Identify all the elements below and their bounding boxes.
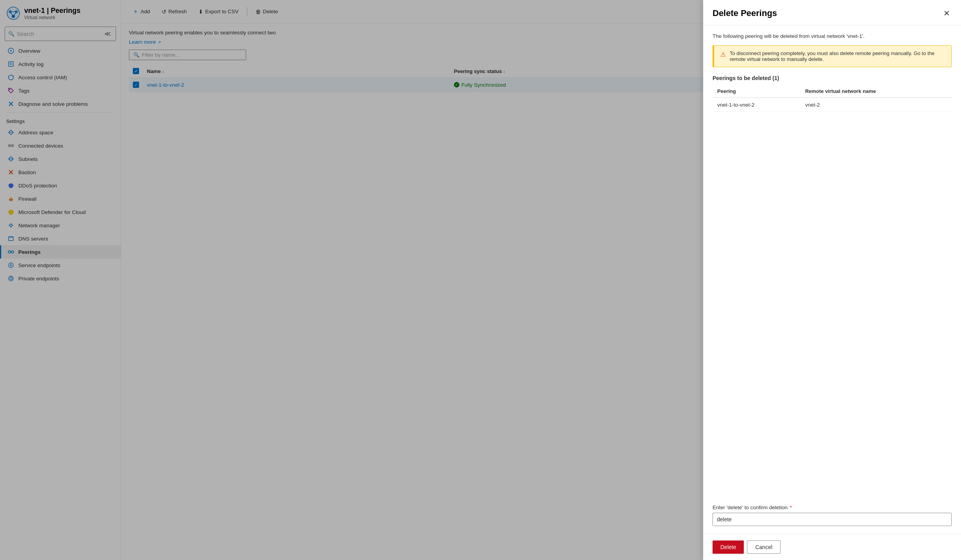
delete-row-remote: vnet-2 [800, 98, 952, 112]
warning-text: To disconnect peering completely, you mu… [730, 50, 945, 62]
delete-panel: Delete Peerings ✕ The following peering … [703, 0, 961, 560]
delete-col-peering: Peering [713, 85, 800, 98]
required-star: * [790, 505, 792, 510]
panel-overlay: Delete Peerings ✕ The following peering … [0, 0, 961, 560]
confirm-label: Enter 'delete' to confirm deletion * [713, 505, 952, 510]
panel-delete-button[interactable]: Delete [713, 540, 744, 554]
peerings-count-label: Peerings to be deleted (1) [713, 75, 952, 81]
delete-table-header: Peering Remote virtual network name [713, 85, 952, 98]
confirm-label-text: Enter 'delete' to confirm deletion [713, 505, 788, 510]
delete-table-body: vnet-1-to-vnet-2 vnet-2 [713, 98, 952, 112]
panel-cancel-button[interactable]: Cancel [747, 540, 781, 554]
panel-body: The following peering will be deleted fr… [703, 25, 961, 534]
delete-row-peering: vnet-1-to-vnet-2 [713, 98, 800, 112]
confirm-section: Enter 'delete' to confirm deletion * [713, 497, 952, 526]
delete-col-remote: Remote virtual network name [800, 85, 952, 98]
panel-close-button[interactable]: ✕ [942, 8, 952, 19]
panel-title: Delete Peerings [713, 8, 777, 18]
delete-peerings-table: Peering Remote virtual network name vnet… [713, 85, 952, 112]
confirm-input[interactable] [713, 513, 952, 526]
panel-footer: Delete Cancel [703, 534, 961, 560]
panel-header: Delete Peerings ✕ [703, 0, 961, 25]
delete-table-row: vnet-1-to-vnet-2 vnet-2 [713, 98, 952, 112]
panel-description: The following peering will be deleted fr… [713, 33, 952, 39]
warning-box: ⚠ To disconnect peering completely, you … [713, 45, 952, 67]
warning-icon: ⚠ [720, 51, 726, 62]
